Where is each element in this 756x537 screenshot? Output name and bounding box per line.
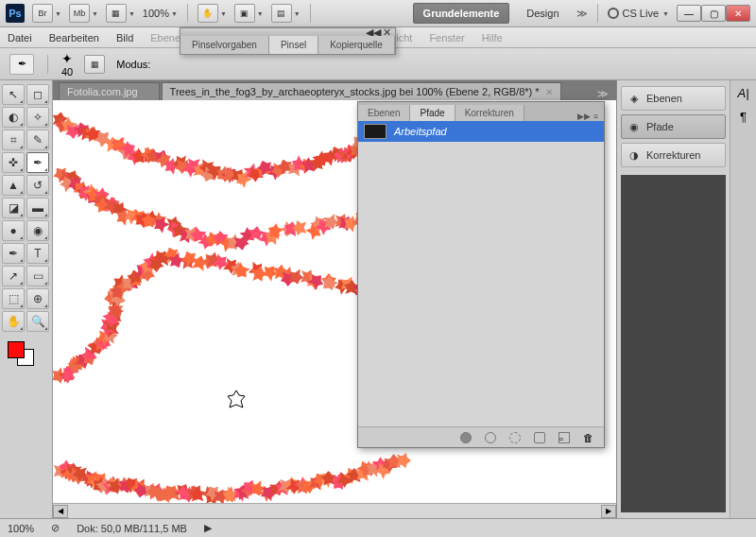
close-tab-icon[interactable]: ✕ <box>144 87 151 97</box>
marquee-tool[interactable]: ◻ <box>26 84 49 105</box>
menu-bild[interactable]: Bild <box>116 32 133 43</box>
rp-korrekturen-button[interactable]: ◑Korrekturen <box>621 143 726 167</box>
heal-tool[interactable]: ✜ <box>2 152 25 173</box>
doctab-trees[interactable]: Trees_in_the_fog3_by_archaeopteryx_stock… <box>162 82 561 100</box>
eraser-tool[interactable]: ◪ <box>2 198 25 218</box>
zoom-dropdown[interactable]: 100%▼ <box>143 8 178 19</box>
stroke-path-icon[interactable] <box>485 432 496 443</box>
gradient-tool[interactable]: ▬ <box>26 198 49 218</box>
brush-preview[interactable]: ✦40 <box>61 51 73 78</box>
brush-panel-toggle[interactable]: ▦ <box>84 55 105 74</box>
fg-color-swatch[interactable] <box>8 341 25 358</box>
rp-ebenen-button[interactable]: ◈Ebenen <box>621 86 726 111</box>
zoom-tool[interactable]: 🔍 <box>26 311 49 332</box>
brush-cursor-icon <box>225 390 248 412</box>
status-adjust-icon[interactable]: ⊘ <box>51 522 60 534</box>
brush-panel[interactable]: ◀◀ ✕ Pinselvorgaben Pinsel Kopierquelle <box>180 27 396 55</box>
selection-from-path-icon[interactable] <box>509 432 521 443</box>
extras-button[interactable]: ▣▼ <box>234 4 264 23</box>
eyedropper-tool[interactable]: ✎ <box>26 130 49 150</box>
lasso-tool[interactable]: ◐ <box>2 107 25 128</box>
path-thumb-icon <box>364 124 387 139</box>
char-panel-icon[interactable]: A| <box>737 86 748 100</box>
minimize-button[interactable]: ― <box>677 5 701 22</box>
tabs-overflow-icon[interactable]: ≫ <box>590 88 616 100</box>
stamp-tool[interactable]: ▲ <box>2 175 25 196</box>
viewmode-button[interactable]: ▦▼ <box>106 4 135 23</box>
para-panel-icon[interactable]: ¶ <box>740 110 747 124</box>
rp-pfade-button[interactable]: ◉Pfade <box>621 114 726 139</box>
menu-hilfe[interactable]: Hilfe <box>482 32 503 43</box>
pfade-footer: ▫ 🗑 <box>358 426 604 447</box>
tab-kopierquelle[interactable]: Kopierquelle <box>318 36 395 54</box>
pp-tab-ebenen[interactable]: Ebenen <box>358 105 410 121</box>
make-workpath-icon[interactable] <box>534 432 545 443</box>
modus-label: Modus: <box>116 59 150 70</box>
arrange-button[interactable]: ▤▼ <box>271 4 301 23</box>
bridge-button[interactable]: Br▼ <box>32 4 61 23</box>
workspace-grundelemente[interactable]: Grundelemente <box>413 3 510 24</box>
pfade-list[interactable]: Arbeitspfad <box>358 121 604 426</box>
menu-datei[interactable]: Datei <box>8 32 32 43</box>
shape-tool[interactable]: ▭ <box>26 266 49 286</box>
pp-collapse-icon[interactable]: ▶▶ ≡ <box>572 112 604 121</box>
menubar: Datei Bearbeiten Bild Ebene Auswahl Filt… <box>0 27 756 48</box>
menu-fenster[interactable]: Fenster <box>429 32 464 43</box>
wand-tool[interactable]: ✧ <box>26 107 49 128</box>
cslive-button[interactable]: CS Live▼ <box>608 8 669 19</box>
close-tab-icon[interactable]: ✕ <box>545 87 553 97</box>
camera-tool[interactable]: ⊕ <box>26 288 49 309</box>
status-doc-size[interactable]: Dok: 50,0 MB/111,5 MB <box>77 523 187 534</box>
blur-tool[interactable]: ● <box>2 220 25 241</box>
color-swatches[interactable] <box>2 339 50 366</box>
adjust-icon: ◑ <box>627 148 641 162</box>
brush-tool[interactable]: ✒ <box>26 152 49 173</box>
3d-tool[interactable]: ⬚ <box>2 288 25 309</box>
doctab-fotolia[interactable]: Fotolia.com.jpg✕ <box>59 82 160 100</box>
layers-icon: ◈ <box>627 92 641 105</box>
pen-tool[interactable]: ✒ <box>2 243 25 264</box>
hand-tool[interactable]: ✋▼ <box>198 4 227 23</box>
hand-tool2[interactable]: ✋ <box>2 311 25 332</box>
paths-icon: ◉ <box>627 120 641 133</box>
move-tool[interactable]: ↖ <box>2 84 25 105</box>
right-panel-dock: ◈Ebenen ◉Pfade ◑Korrekturen A| ¶ <box>616 80 756 518</box>
minibridge-button[interactable]: Mb▼ <box>69 4 98 23</box>
close-button[interactable]: ✕ <box>726 5 750 22</box>
menu-ebene[interactable]: Ebene <box>150 32 180 43</box>
document-tabs: Fotolia.com.jpg✕ Trees_in_the_fog3_by_ar… <box>53 80 616 100</box>
toolbox: ↖◻ ◐✧ ⌗✎ ✜✒ ▲↺ ◪▬ ●◉ ✒T ↗▭ ⬚⊕ ✋🔍 <box>0 80 53 518</box>
maximize-button[interactable]: ▢ <box>701 5 726 22</box>
status-bar: 100% ⊘ Dok: 50,0 MB/111,5 MB ▶ <box>0 518 756 537</box>
dodge-tool[interactable]: ◉ <box>26 220 49 241</box>
workspace-design[interactable]: Design <box>517 4 568 23</box>
fill-path-icon[interactable] <box>460 432 472 443</box>
menu-bearbeiten[interactable]: Bearbeiten <box>49 32 99 43</box>
tab-pinselvorgaben[interactable]: Pinselvorgaben <box>180 36 269 54</box>
workspace-more[interactable]: ≫ <box>576 8 588 20</box>
pp-tab-pfade[interactable]: Pfade <box>410 105 455 121</box>
path-item-arbeitspfad[interactable]: Arbeitspfad <box>358 121 604 142</box>
ps-logo: Ps <box>6 4 25 23</box>
type-tool[interactable]: T <box>26 243 49 264</box>
delete-path-icon[interactable]: 🗑 <box>583 432 594 443</box>
path-select-tool[interactable]: ↗ <box>2 266 25 286</box>
app-titlebar: Ps Br▼ Mb▼ ▦▼ 100%▼ ✋▼ ▣▼ ▤▼ Grundelemen… <box>0 0 756 27</box>
crop-tool[interactable]: ⌗ <box>2 130 25 150</box>
new-path-icon[interactable]: ▫ <box>558 432 570 443</box>
status-zoom[interactable]: 100% <box>8 523 34 534</box>
pfade-panel[interactable]: Ebenen Pfade Korrekturen ▶▶ ≡ Arbeitspfa… <box>357 101 605 448</box>
status-arrow-icon[interactable]: ▶ <box>204 522 212 534</box>
tool-preset-picker[interactable]: ✒ <box>9 54 34 75</box>
tab-pinsel[interactable]: Pinsel <box>269 36 318 54</box>
history-brush-tool[interactable]: ↺ <box>26 175 49 196</box>
pp-tab-korrekturen[interactable]: Korrekturen <box>455 105 524 121</box>
h-scrollbar[interactable]: ◀▶ <box>53 503 616 518</box>
